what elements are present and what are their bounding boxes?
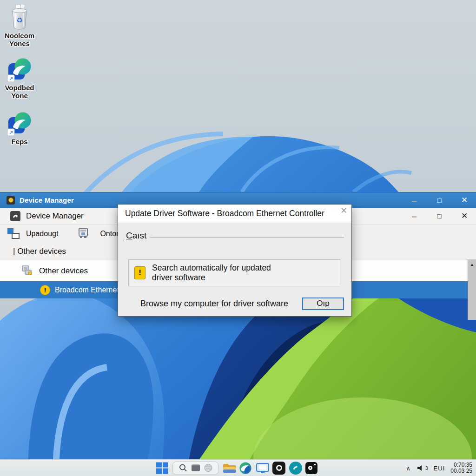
file-explorer-icon[interactable]: [223, 463, 237, 474]
window-title: Device Manager: [20, 196, 74, 204]
widgets-globe-icon[interactable]: [204, 464, 212, 472]
close-button[interactable]: ✕: [460, 211, 469, 221]
tray-chevron-up-icon[interactable]: ∧: [406, 465, 411, 472]
option-text-line1: Search automatically for updated: [152, 263, 271, 273]
minimize-button[interactable]: –: [410, 198, 418, 203]
taskbar: ∧ 3 EUI 0:70:35 00.03 25: [0, 459, 476, 476]
desktop-icon-recycle-bin[interactable]: ♻ Noolcom Yones: [0, 3, 40, 47]
group-divider: [150, 237, 344, 238]
display-icon[interactable]: [256, 462, 270, 474]
shortcut-arrow-icon: ↗: [9, 76, 13, 81]
edge-browser-icon: ↗: [6, 110, 33, 137]
scrollbar[interactable]: ▲: [468, 259, 476, 320]
recycle-bin-icon: ♻: [6, 3, 33, 31]
volume-badge: 3: [425, 466, 428, 471]
clock[interactable]: 0:70:35 00.03 25: [450, 462, 476, 474]
shortcut-arrow-icon: ↗: [9, 130, 13, 135]
dialog-group-label: Caıst: [126, 231, 344, 241]
svg-text:♻: ♻: [16, 16, 23, 24]
dialog-titlebar: Update Driver Software - Broadcom Ethern…: [118, 205, 351, 223]
start-button[interactable]: [156, 462, 168, 474]
windows-stack-icon: [7, 228, 20, 239]
option-search-automatically[interactable]: ! Search automatically for updated drive…: [128, 259, 340, 286]
teal-swirl-app-icon[interactable]: [289, 462, 302, 475]
minimize-button[interactable]: –: [410, 214, 418, 218]
option-browse-computer[interactable]: Browse my computer for driver software: [140, 299, 288, 309]
dialog-close-icon[interactable]: ×: [341, 205, 347, 216]
camera2-app-icon[interactable]: [305, 462, 317, 474]
maximize-button[interactable]: □: [435, 212, 443, 220]
edge-browser-icon[interactable]: [239, 462, 252, 475]
icon-label-line2: Yones: [0, 40, 40, 47]
dialog-title: Update Driver Software - Broadcom Ethern…: [125, 209, 324, 218]
toolbar-item-upadougt[interactable]: Upadougt: [26, 230, 58, 238]
option-text-line2: driver software: [152, 273, 271, 283]
warning-icon: !: [134, 266, 145, 279]
tree-node-label: Other devices: [39, 266, 88, 276]
clock-date: 00.03 25: [450, 468, 472, 474]
icon-label-line2: Yone: [0, 92, 40, 99]
group-label-rest: aıst: [132, 231, 147, 240]
ok-button[interactable]: Oıp: [302, 298, 344, 310]
desktop-icon-edge-shortcut[interactable]: ↗ Vopdbed Yone: [0, 56, 40, 99]
desktop: ♻ Noolcom Yones ↗ Vopdbed Yone: [0, 0, 476, 476]
header-title: Device Manager: [26, 212, 84, 221]
edge-browser-icon: ↗: [6, 56, 33, 83]
search-widget-group[interactable]: [172, 461, 218, 475]
icon-label-line1: Vopdbed: [0, 84, 40, 92]
computer-icon: [78, 227, 89, 240]
task-view-icon[interactable]: [192, 465, 200, 471]
volume-icon[interactable]: 3: [417, 465, 428, 471]
icon-label-line1: Feps: [0, 138, 40, 145]
group-label-accelerator: C: [126, 231, 132, 240]
dialog-bottom-row: Browse my computer for driver software O…: [140, 297, 344, 311]
close-button[interactable]: ✕: [460, 195, 469, 205]
camera-app-icon[interactable]: [272, 462, 285, 475]
device-manager-app-icon: [7, 196, 15, 205]
device-manager-icon: [10, 211, 20, 221]
icon-label-line1: Noolcom: [0, 32, 40, 40]
desktop-icon-edge[interactable]: ↗ Feps: [0, 110, 40, 145]
system-tray: ∧ 3 EUI 0:70:35 00.03 25: [406, 460, 476, 476]
maximize-button[interactable]: □: [435, 196, 443, 204]
devices-icon: [21, 264, 33, 278]
toolbar-item-ontor[interactable]: Ontor: [100, 230, 119, 238]
warning-icon: !: [40, 285, 50, 295]
update-driver-dialog: Update Driver Software - Broadcom Ethern…: [118, 204, 352, 317]
language-indicator[interactable]: EUI: [434, 465, 445, 472]
scroll-up-icon[interactable]: ▲: [470, 262, 474, 267]
search-icon[interactable]: [179, 464, 187, 472]
